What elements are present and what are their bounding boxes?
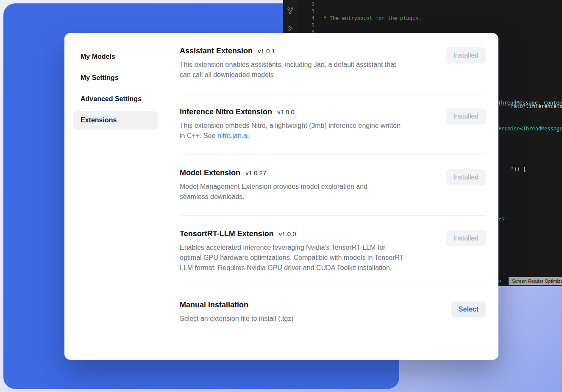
extension-description: Enables accelerated inference leveraging… <box>180 243 406 273</box>
code-fragment-promise-type: Promise<ThreadMessage> <box>498 126 562 132</box>
extension-description: This extension embeds Nitro, a lightweig… <box>180 121 406 141</box>
nitro-jan-ai-link[interactable]: nitro.jan.ai. <box>217 132 250 139</box>
extension-version: v1.0.27 <box>245 169 266 177</box>
screen-reader-optimize-chip: Screen Reader Optimize <box>509 277 562 285</box>
select-file-button[interactable]: Select <box>451 301 486 317</box>
extension-title: TensortRT-LLM Extension <box>180 229 274 238</box>
extension-title: Inference Nitro Extension <box>180 108 272 116</box>
extension-version: v1.0.1 <box>258 47 275 55</box>
sidebar-item-extensions[interactable]: Extensions <box>73 111 158 130</box>
extension-description: Model Management Extension provides mode… <box>180 182 381 202</box>
extension-row-tensorrt: TensortRT-LLM Extension v1.0.0 Enables a… <box>180 216 486 287</box>
extension-version: v1.0.0 <box>279 230 296 237</box>
sidebar-item-advanced-settings[interactable]: Advanced Settings <box>73 90 158 108</box>
extension-row-nitro: Inference Nitro Extension v1.0.0 This ex… <box>180 94 486 155</box>
extension-version: v1.0.0 <box>277 108 295 116</box>
settings-modal: My Models My Settings Advanced Settings … <box>64 33 498 360</box>
run-icon <box>287 25 294 32</box>
installed-button[interactable]: Installed <box>446 108 486 124</box>
code-line: * The entrypoint for the plugin. <box>320 15 562 22</box>
installed-button[interactable]: Installed <box>446 230 486 246</box>
sidebar-item-my-models[interactable]: My Models <box>73 47 158 66</box>
git-branch-icon <box>287 7 294 14</box>
manual-installation-title: Manual Installation <box>180 301 248 309</box>
extensions-list: Assistant Extension v1.0.1 This extensio… <box>165 33 498 360</box>
code-fragment-template-end: t}` <box>498 217 508 223</box>
installed-button[interactable]: Installed <box>446 169 486 185</box>
sidebar-item-my-settings[interactable]: My Settings <box>73 69 158 87</box>
extension-title: Model Extension <box>180 168 240 177</box>
code-fragment-paren: ")) { <box>498 160 526 178</box>
extension-row-assistant: Assistant Extension v1.0.1 This extensio… <box>180 33 486 94</box>
extension-title: Assistant Extension <box>180 47 253 55</box>
extension-description: This extension enables assistants, inclu… <box>180 60 406 80</box>
manual-installation-row: Manual Installation Select an extension … <box>180 287 486 334</box>
settings-sidebar: My Models My Settings Advanced Settings … <box>64 33 165 360</box>
extension-row-model: Model Extension v1.0.27 Model Management… <box>180 155 486 216</box>
editor-line-numbers: 2 3 4 5 6 <box>298 1 314 36</box>
code-fragment-inference-call: rator.inference(data)); <box>498 97 562 115</box>
manual-installation-description: Select an extension file to install (.tg… <box>180 314 294 324</box>
installed-button[interactable]: Installed <box>446 47 486 63</box>
